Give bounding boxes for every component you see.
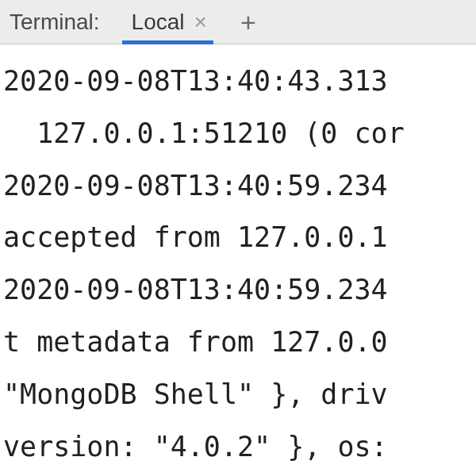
new-tab-button[interactable]: +: [240, 9, 256, 36]
tab-local[interactable]: Local ×: [124, 0, 212, 44]
tab-label: Local: [129, 10, 188, 35]
terminal-output[interactable]: 2020-09-08T13:40:43.313 127.0.0.1:51210 …: [0, 44, 476, 473]
terminal-header: Terminal: Local × +: [0, 0, 476, 44]
terminal-line: 127.0.0.1:51210 (0 cor: [3, 117, 405, 149]
terminal-line: 2020-09-08T13:40:59.234: [3, 170, 388, 202]
terminal-line: t metadata from 127.0.0: [3, 326, 388, 358]
close-icon[interactable]: ×: [194, 11, 207, 33]
terminal-line: version: "4.0.2" }, os:: [3, 431, 388, 463]
terminal-line: 2020-09-08T13:40:59.234: [3, 274, 388, 305]
panel-title: Terminal:: [10, 10, 100, 35]
terminal-line: 2020-09-08T13:40:43.313: [3, 65, 388, 97]
terminal-line: accepted from 127.0.0.1: [3, 221, 388, 253]
terminal-line: "MongoDB Shell" }, driv: [3, 378, 388, 410]
